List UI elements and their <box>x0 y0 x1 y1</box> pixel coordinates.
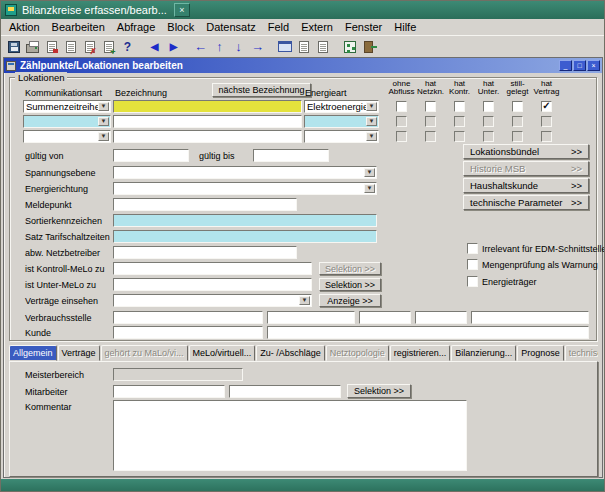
abw-netzbetreiber-input[interactable] <box>113 246 297 259</box>
list-of-values-icon <box>318 41 328 53</box>
edit-document-button[interactable] <box>294 38 313 56</box>
bezeichnung-input[interactable] <box>113 115 302 128</box>
meldepunkt-input[interactable] <box>113 198 297 211</box>
scroll-right-button[interactable]: → <box>248 38 267 56</box>
verbrauchsstelle-field-1[interactable] <box>113 311 263 324</box>
exit-button[interactable] <box>359 38 378 56</box>
maximize-icon[interactable]: □ <box>573 60 586 71</box>
sortierkennzeichen-input[interactable] <box>113 214 377 227</box>
chevron-down-icon[interactable]: ▼ <box>98 117 109 126</box>
technische-parameter-button[interactable]: technische Parameter >> <box>463 195 589 210</box>
verbrauchsstelle-field-4[interactable] <box>415 311 467 324</box>
kunde-field-1[interactable] <box>113 326 263 339</box>
export-button[interactable] <box>42 38 61 56</box>
scroll-up-button[interactable]: ↑ <box>210 38 229 56</box>
checkbox-mengenpruefung[interactable] <box>467 259 478 270</box>
next-record-button[interactable]: ▶ <box>164 38 183 56</box>
chevron-down-icon[interactable]: ▼ <box>366 117 377 126</box>
menu-extern[interactable]: Extern <box>295 20 339 34</box>
menu-block[interactable]: Block <box>161 20 200 34</box>
menu-fenster[interactable]: Fenster <box>339 20 388 34</box>
spannungsebene-combo[interactable]: ▼ <box>113 166 377 179</box>
energieart-combo[interactable]: Elektroenergie ▼ <box>304 100 379 113</box>
kommunikationsart-combo[interactable]: ▼ <box>23 115 111 128</box>
chevron-down-icon[interactable]: ▼ <box>98 132 109 141</box>
tab-vertraege[interactable]: Verträge <box>58 345 100 361</box>
verbrauchsstelle-field-5[interactable] <box>471 311 589 324</box>
bezeichnung-input[interactable] <box>113 100 302 113</box>
scroll-down-button[interactable]: ↓ <box>229 38 248 56</box>
list-of-values-button[interactable] <box>313 38 332 56</box>
menu-feld[interactable]: Feld <box>262 20 295 34</box>
help-button[interactable]: ? <box>118 38 137 56</box>
menu-datensatz[interactable]: Datensatz <box>200 20 262 34</box>
menu-bearbeiten[interactable]: Bearbeiten <box>46 20 111 34</box>
naechste-bezeichnung-button[interactable]: nächste Bezeichnung <box>212 83 311 97</box>
scroll-left-button[interactable]: ← <box>191 38 210 56</box>
energieart-combo[interactable]: ▼ <box>304 115 379 128</box>
minimize-icon[interactable]: _ <box>559 60 572 71</box>
window-button[interactable] <box>275 38 294 56</box>
anzeige-button[interactable]: Anzeige >> <box>319 294 381 307</box>
kommunikationsart-combo[interactable]: ▼ <box>23 130 111 143</box>
bezeichnung-input[interactable] <box>113 130 302 143</box>
chevron-down-icon[interactable]: ▼ <box>364 184 375 193</box>
tab-prognose[interactable]: Prognose <box>517 345 564 361</box>
satz-tarifschaltzeiten-input[interactable] <box>113 230 377 243</box>
insert-record-button[interactable] <box>99 38 118 56</box>
mdi-titlebar[interactable]: Zählpunkte/Lokationen bearbeiten _ □ × <box>4 58 602 73</box>
energieart-combo[interactable]: ▼ <box>304 130 379 143</box>
lokationsbuendel-button[interactable]: Lokationsbündel >> <box>463 144 589 159</box>
checkbox-irrelevant-edm[interactable] <box>467 243 478 254</box>
menu-bar: Aktion Bearbeiten Abfrage Block Datensat… <box>1 19 605 36</box>
print-button[interactable] <box>23 38 42 56</box>
chevron-down-icon[interactable]: ▼ <box>366 102 377 111</box>
vertraege-einsehen-combo[interactable]: ▼ <box>113 294 312 307</box>
energierichtung-combo[interactable]: ▼ <box>113 182 377 195</box>
close-window-icon[interactable]: × <box>587 60 600 71</box>
checkbox-ohne-abfluss[interactable] <box>396 101 407 112</box>
gueltig-bis-input[interactable] <box>253 149 329 162</box>
ist-kontroll-melo-input[interactable] <box>113 262 312 275</box>
mitarbeiter-field-1[interactable] <box>113 385 225 398</box>
checkbox-energietraeger[interactable] <box>467 276 478 287</box>
copy-button[interactable] <box>61 38 80 56</box>
tab-allgemein[interactable]: Allgemein <box>9 345 57 361</box>
tab-zu-abschlaege[interactable]: Zu- /Abschläge <box>256 345 325 361</box>
mitarbeiter-field-2[interactable] <box>229 385 341 398</box>
verbrauchsstelle-field-3[interactable] <box>359 311 411 324</box>
chevron-down-icon[interactable]: ▼ <box>98 102 109 111</box>
tree-view-button[interactable] <box>340 38 359 56</box>
verbrauchsstelle-field-2[interactable] <box>267 311 355 324</box>
chevron-down-icon[interactable]: ▼ <box>299 296 310 305</box>
kunde-field-2[interactable] <box>267 326 589 339</box>
checkbox-stillgelegt[interactable] <box>512 101 523 112</box>
selektion-mitarbeiter-button[interactable]: Selektion >> <box>347 384 411 398</box>
checkbox-hat-unter[interactable] <box>483 101 494 112</box>
delete-record-button[interactable] <box>80 38 99 56</box>
gueltig-von-input[interactable] <box>113 149 189 162</box>
checkbox-hat-vertrag[interactable] <box>541 101 552 112</box>
column-header-hat-kontr: hat Kontr. <box>445 80 474 96</box>
kommunikationsart-combo[interactable]: Summenzeitreihe ▼ <box>23 100 111 113</box>
tab-bilanzierung[interactable]: Bilanzierung... <box>451 345 516 361</box>
selektion-unter-melo-button[interactable]: Selektion >> <box>319 278 381 291</box>
save-button[interactable] <box>4 38 23 56</box>
menu-abfrage[interactable]: Abfrage <box>111 20 162 34</box>
menu-aktion[interactable]: Aktion <box>3 20 46 34</box>
button-label: technische Parameter <box>470 197 562 208</box>
previous-record-button[interactable]: ◀ <box>145 38 164 56</box>
close-icon[interactable]: × <box>174 3 190 17</box>
checkbox-hat-netzkn[interactable] <box>425 101 436 112</box>
chevron-down-icon[interactable]: ▼ <box>366 132 377 141</box>
tab-melo-virtuell[interactable]: MeLo/virtuell... <box>189 345 256 361</box>
tab-registrieren[interactable]: registrieren... <box>390 345 451 361</box>
haushaltskunde-button[interactable]: Haushaltskunde >> <box>463 178 589 193</box>
button-suffix: >> <box>571 180 582 191</box>
menu-hilfe[interactable]: Hilfe <box>388 20 422 34</box>
chevron-down-icon[interactable]: ▼ <box>364 168 375 177</box>
checkbox-hat-kontr[interactable] <box>454 101 465 112</box>
ist-unter-melo-input[interactable] <box>113 278 312 291</box>
kommentar-textarea[interactable] <box>113 400 467 471</box>
copy-icon <box>66 41 76 53</box>
